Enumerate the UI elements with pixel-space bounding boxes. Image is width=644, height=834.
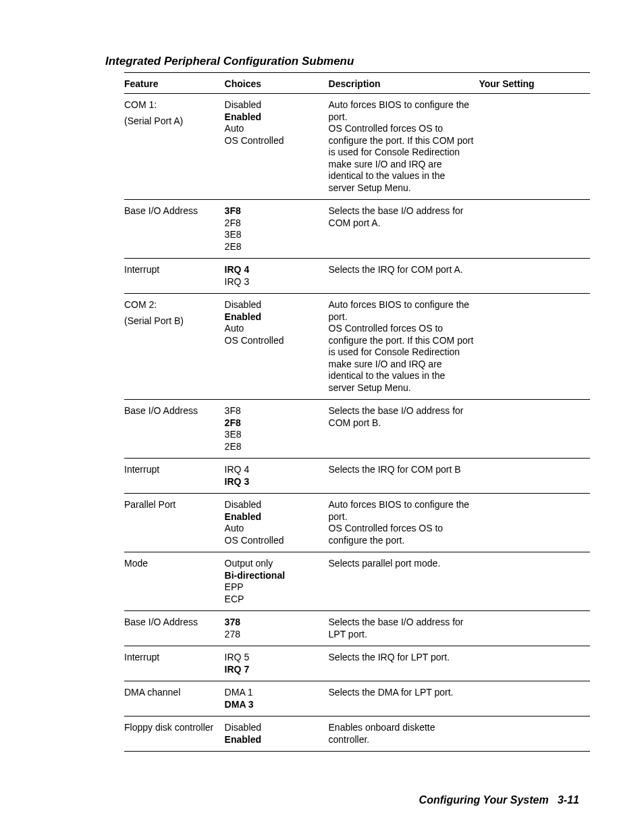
choice-option: Disabled bbox=[225, 99, 323, 111]
choice-option: Auto bbox=[225, 523, 323, 535]
th-your-setting: Your Setting bbox=[479, 73, 590, 94]
table-body: COM 1:(Serial Port A)DisabledEnabledAuto… bbox=[124, 94, 590, 752]
cell-your-setting bbox=[479, 294, 590, 400]
choice-option: ECP bbox=[225, 594, 323, 606]
choice-option: 3E8 bbox=[225, 229, 323, 241]
choice-option: 3F8 bbox=[225, 405, 323, 417]
cell-choices: DisabledEnabledAutoOS Controlled bbox=[225, 294, 329, 400]
choice-option: Disabled bbox=[225, 299, 323, 311]
cell-choices: 378278 bbox=[225, 611, 329, 646]
choice-option: IRQ 3 bbox=[225, 276, 323, 288]
choice-option: IRQ 5 bbox=[225, 652, 323, 664]
cell-your-setting bbox=[479, 459, 590, 494]
feature-main: Mode bbox=[124, 558, 219, 570]
choice-option: 2E8 bbox=[225, 241, 323, 253]
choice-option: OS Controlled bbox=[225, 135, 323, 147]
cell-feature: Interrupt bbox=[124, 459, 225, 494]
choice-option: Auto bbox=[225, 123, 323, 135]
cell-description: Selects the IRQ for COM port A. bbox=[329, 259, 479, 294]
table-row: Floppy disk controllerDisabledEnabledEna… bbox=[124, 716, 590, 752]
table-row: Base I/O Address3F82F83E82E8Selects the … bbox=[124, 200, 590, 259]
table-row: InterruptIRQ 4IRQ 3Selects the IRQ for C… bbox=[124, 259, 590, 294]
choice-option: 278 bbox=[225, 629, 323, 641]
choice-option: OS Controlled bbox=[225, 335, 323, 347]
feature-main: Interrupt bbox=[124, 652, 219, 664]
cell-description: Selects the base I/O address for LPT por… bbox=[329, 611, 479, 646]
cell-choices: 3F82F83E82E8 bbox=[225, 200, 329, 259]
cell-feature: Floppy disk controller bbox=[124, 716, 225, 752]
choice-option: Enabled bbox=[225, 111, 323, 124]
feature-main: Interrupt bbox=[124, 264, 219, 276]
cell-description: Selects the IRQ for COM port B bbox=[329, 459, 479, 494]
cell-feature: Base I/O Address bbox=[124, 611, 225, 646]
choice-option: Enabled bbox=[225, 311, 323, 323]
footer-text: Configuring Your System bbox=[419, 794, 549, 806]
cell-description: Auto forces BIOS to configure the port. … bbox=[329, 494, 479, 552]
cell-description: Auto forces BIOS to configure the port. … bbox=[329, 294, 479, 400]
choice-option: 2F8 bbox=[225, 217, 323, 230]
section-title: Integrated Peripheral Configuration Subm… bbox=[105, 55, 579, 68]
document-page: Integrated Peripheral Configuration Subm… bbox=[0, 0, 644, 834]
cell-description: Selects the IRQ for LPT port. bbox=[329, 646, 479, 681]
feature-sub: (Serial Port B) bbox=[124, 315, 219, 328]
cell-description: Enables onboard diskette controller. bbox=[329, 716, 479, 752]
cell-choices: IRQ 4IRQ 3 bbox=[225, 459, 329, 494]
feature-main: Base I/O Address bbox=[124, 205, 219, 217]
cell-feature: COM 1:(Serial Port A) bbox=[124, 94, 225, 200]
th-description: Description bbox=[329, 73, 479, 94]
config-table: Feature Choices Description Your Setting… bbox=[124, 72, 590, 752]
choice-option: IRQ 4 bbox=[225, 464, 323, 476]
choice-option: Bi-directional bbox=[225, 570, 323, 582]
cell-description: Selects parallel port mode. bbox=[329, 552, 479, 611]
choice-option: DMA 3 bbox=[225, 699, 323, 711]
footer-page-number: 3-11 bbox=[558, 794, 579, 806]
choice-option: IRQ 4 bbox=[225, 264, 323, 276]
choice-option: Disabled bbox=[225, 499, 323, 511]
cell-your-setting bbox=[479, 494, 590, 552]
choice-option: OS Controlled bbox=[225, 535, 323, 547]
choice-option: EPP bbox=[225, 581, 323, 594]
choice-option: 3F8 bbox=[225, 205, 323, 217]
choice-option: Enabled bbox=[225, 734, 323, 746]
cell-choices: DMA 1DMA 3 bbox=[225, 681, 329, 716]
table-row: COM 1:(Serial Port A)DisabledEnabledAuto… bbox=[124, 94, 590, 200]
cell-feature: Interrupt bbox=[124, 259, 225, 294]
cell-feature: Base I/O Address bbox=[124, 400, 225, 459]
feature-main: DMA channel bbox=[124, 687, 219, 699]
cell-feature: COM 2:(Serial Port B) bbox=[124, 294, 225, 400]
cell-description: Selects the base I/O address for COM por… bbox=[329, 200, 479, 259]
feature-main: Base I/O Address bbox=[124, 617, 219, 629]
choice-option: Disabled bbox=[225, 722, 323, 734]
cell-your-setting bbox=[479, 259, 590, 294]
cell-description: Selects the DMA for LPT port. bbox=[329, 681, 479, 716]
cell-your-setting bbox=[479, 94, 590, 200]
table-row: InterruptIRQ 5IRQ 7Selects the IRQ for L… bbox=[124, 646, 590, 681]
th-choices: Choices bbox=[225, 73, 329, 94]
cell-your-setting bbox=[479, 681, 590, 716]
cell-your-setting bbox=[479, 400, 590, 459]
table-row: Base I/O Address378278Selects the base I… bbox=[124, 611, 590, 646]
table-row: ModeOutput onlyBi-directionalEPPECPSelec… bbox=[124, 552, 590, 611]
feature-main: COM 1: bbox=[124, 99, 219, 111]
cell-your-setting bbox=[479, 200, 590, 259]
choice-option: Output only bbox=[225, 558, 323, 570]
cell-choices: DisabledEnabledAutoOS Controlled bbox=[225, 94, 329, 200]
cell-feature: Parallel Port bbox=[124, 494, 225, 552]
choice-option: IRQ 3 bbox=[225, 476, 323, 488]
feature-main: Floppy disk controller bbox=[124, 722, 219, 734]
cell-feature: Interrupt bbox=[124, 646, 225, 681]
choice-option: IRQ 7 bbox=[225, 664, 323, 676]
cell-choices: DisabledEnabledAutoOS Controlled bbox=[225, 494, 329, 552]
cell-choices: IRQ 5IRQ 7 bbox=[225, 646, 329, 681]
th-feature: Feature bbox=[124, 73, 225, 94]
cell-description: Auto forces BIOS to configure the port. … bbox=[329, 94, 479, 200]
choice-option: 2F8 bbox=[225, 417, 323, 429]
table-row: COM 2:(Serial Port B)DisabledEnabledAuto… bbox=[124, 294, 590, 400]
cell-feature: DMA channel bbox=[124, 681, 225, 716]
table-row: Parallel PortDisabledEnabledAutoOS Contr… bbox=[124, 494, 590, 552]
choice-option: Enabled bbox=[225, 511, 323, 523]
feature-main: Parallel Port bbox=[124, 499, 219, 511]
choice-option: 378 bbox=[225, 617, 323, 629]
choice-option: DMA 1 bbox=[225, 687, 323, 699]
page-footer: Configuring Your System 3-11 bbox=[419, 794, 579, 806]
